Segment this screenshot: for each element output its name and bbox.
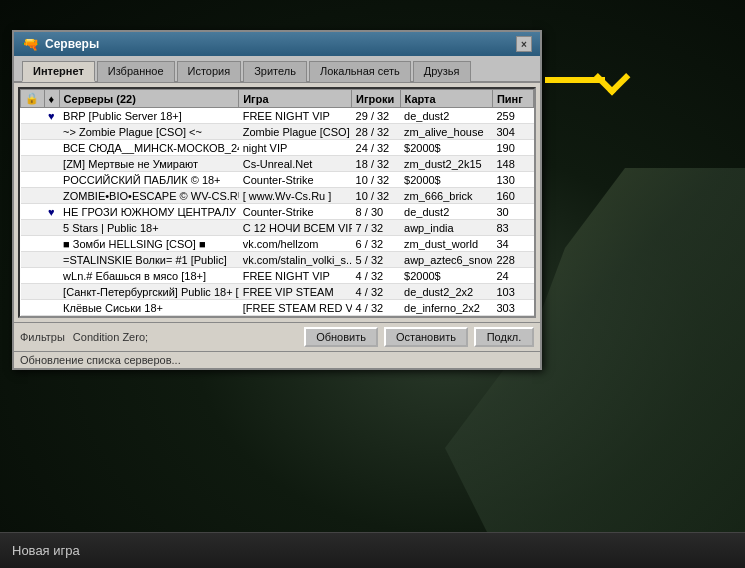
col-header-game[interactable]: Игра [239,90,352,108]
table-row[interactable]: ■ Зомби HELLSING [CSO] ■vk.com/hellzom6 … [21,236,534,252]
cell-server-name: Клёвые Сиськи 18+ [59,300,239,316]
cell-lock [21,172,45,188]
cell-game: С 12 НОЧИ ВСЕМ VIP [239,220,352,236]
cell-players: 6 / 32 [352,236,400,252]
server-table: 🔒 ♦ Серверы (22) Игра Игроки Карта Пинг … [20,89,534,316]
table-row[interactable]: ♥НЕ ГРОЗИ ЮЖНОМУ ЦЕНТРАЛУ 24/7Counter-St… [21,204,534,220]
col-header-players[interactable]: Игроки [352,90,400,108]
cell-fav [44,156,59,172]
cell-fav [44,188,59,204]
tab-favorites[interactable]: Избранное [97,61,175,82]
cell-lock [21,220,45,236]
table-row[interactable]: ~> Zombie Plague [CSO] <~Zombie Plague [… [21,124,534,140]
cell-server-name: ■ Зомби HELLSING [CSO] ■ [59,236,239,252]
bottom-bar: Новая игра [0,532,745,568]
cell-players: 28 / 32 [352,124,400,140]
cell-ping: 259 [492,108,533,124]
cell-server-name: BRP [Public Server 18+] [59,108,239,124]
col-header-map[interactable]: Карта [400,90,492,108]
tab-spectator[interactable]: Зритель [243,61,307,82]
cell-map: zm_dust_world [400,236,492,252]
dialog-titlebar: 🔫 Серверы × [14,32,540,56]
table-row[interactable]: ВСЕ СЮДА__МИНСК-МОСКОВ_24/7night VIP24 /… [21,140,534,156]
cell-server-name: ZOMBIE•BIO•ESCAPE © WV-CS.RU [59,188,239,204]
cell-fav: ♥ [44,204,59,220]
connect-button[interactable]: Подкл. [474,327,534,347]
col-header-lock[interactable]: 🔒 [21,90,45,108]
cell-game: [ www.Wv-Cs.Ru ] [239,188,352,204]
tab-internet[interactable]: Интернет [22,61,95,82]
cell-players: 7 / 32 [352,220,400,236]
cell-lock [21,124,45,140]
cell-map: de_inferno_2x2 [400,300,492,316]
cell-map: zm_alive_house [400,124,492,140]
cell-ping: 303 [492,300,533,316]
cell-map: de_dust2 [400,204,492,220]
col-header-fav[interactable]: ♦ [44,90,59,108]
tab-history[interactable]: История [177,61,242,82]
cell-map: $2000$ [400,172,492,188]
cell-game: Zombie Plague [CSO] [239,124,352,140]
cell-ping: 103 [492,284,533,300]
cell-fav [44,124,59,140]
cell-ping: 130 [492,172,533,188]
cell-server-name: НЕ ГРОЗИ ЮЖНОМУ ЦЕНТРАЛУ 24/7 [59,204,239,220]
cell-fav [44,220,59,236]
table-row[interactable]: ZOMBIE•BIO•ESCAPE © WV-CS.RU[ www.Wv-Cs.… [21,188,534,204]
cell-ping: 160 [492,188,533,204]
table-row[interactable]: ♥BRP [Public Server 18+]FREE NIGHT VIP29… [21,108,534,124]
tabs-bar: Интернет Избранное История Зритель Локал… [14,56,540,83]
table-row[interactable]: 5 Stars | Public 18+С 12 НОЧИ ВСЕМ VIP7 … [21,220,534,236]
cell-game: [FREE STEAM RED VIP [239,300,352,316]
cell-map: $2000$ [400,140,492,156]
table-row[interactable]: РОССИЙСКИЙ ПАБЛИК © 18+Counter-Strike10 … [21,172,534,188]
cell-fav [44,300,59,316]
cell-ping: 34 [492,236,533,252]
cell-map: de_dust2 [400,108,492,124]
cell-ping: 83 [492,220,533,236]
refresh-button[interactable]: Обновить [304,327,378,347]
cell-lock [21,140,45,156]
stop-button[interactable]: Остановить [384,327,468,347]
status-bar: Обновление списка серверов... [14,351,540,368]
table-row[interactable]: Клёвые Сиськи 18+[FREE STEAM RED VIP4 / … [21,300,534,316]
cell-lock [21,284,45,300]
cs-icon: 🔫 [22,36,39,52]
cell-players: 8 / 30 [352,204,400,220]
cell-lock [21,252,45,268]
cell-map: zm_dust2_2k15 [400,156,492,172]
servers-dialog: 🔫 Серверы × Интернет Избранное История З… [12,30,542,370]
close-button[interactable]: × [516,36,532,52]
table-row[interactable]: [Санкт-Петербургский] Public 18+ [Dust2]… [21,284,534,300]
filter-value: Condition Zero; [73,331,148,343]
cell-game: vk.com/stalin_volki_s... [239,252,352,268]
cell-players: 5 / 32 [352,252,400,268]
cell-players: 24 / 32 [352,140,400,156]
cell-players: 4 / 32 [352,284,400,300]
cell-lock [21,108,45,124]
cell-fav [44,172,59,188]
cell-game: FREE NIGHT VIP [239,108,352,124]
server-tbody: ♥BRP [Public Server 18+]FREE NIGHT VIP29… [21,108,534,316]
table-row[interactable]: wLn.# Ебашься в мясо [18+]FREE NIGHT VIP… [21,268,534,284]
tab-friends[interactable]: Друзья [413,61,471,82]
cell-fav [44,284,59,300]
col-header-name[interactable]: Серверы (22) [59,90,239,108]
cell-map: zm_666_brick [400,188,492,204]
cell-ping: 30 [492,204,533,220]
new-game-label: Новая игра [12,543,80,558]
cell-map: de_dust2_2x2 [400,284,492,300]
cell-lock [21,188,45,204]
server-table-container[interactable]: 🔒 ♦ Серверы (22) Игра Игроки Карта Пинг … [18,87,536,318]
cell-game: FREE VIP STEAM [239,284,352,300]
col-header-ping[interactable]: Пинг [492,90,533,108]
cell-ping: 148 [492,156,533,172]
cell-server-name: 5 Stars | Public 18+ [59,220,239,236]
cell-players: 4 / 32 [352,300,400,316]
table-row[interactable]: [ZM] Мертвые не УмираютCs-Unreal.Net18 /… [21,156,534,172]
cell-players: 10 / 32 [352,172,400,188]
tab-lan[interactable]: Локальная сеть [309,61,411,82]
table-row[interactable]: =STALINSKIE Волки= #1 [Public]vk.com/sta… [21,252,534,268]
cell-ping: 304 [492,124,533,140]
cell-ping: 190 [492,140,533,156]
